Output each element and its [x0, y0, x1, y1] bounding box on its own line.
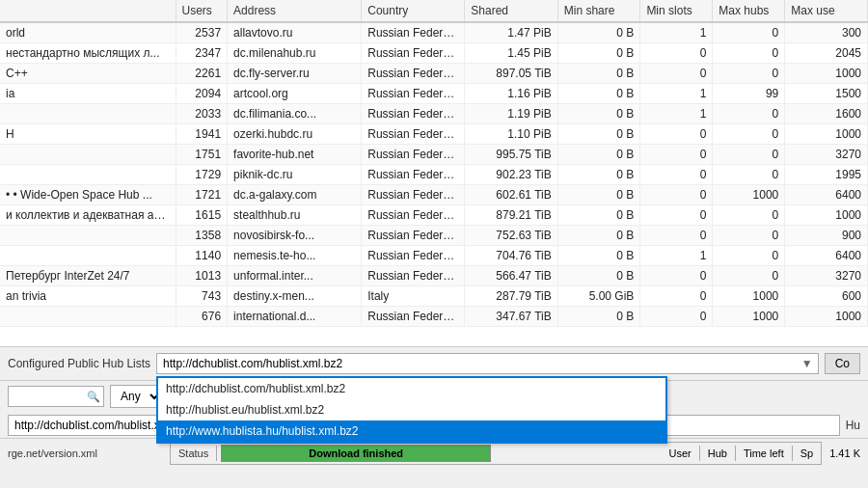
col-header-minshare[interactable]: Min share	[557, 0, 640, 22]
table-cell: 0	[713, 64, 785, 84]
table-cell: nemesis.te-ho...	[228, 246, 362, 266]
table-cell: 300	[785, 22, 868, 43]
table-cell: 1941	[176, 124, 228, 145]
table-cell: 2094	[176, 84, 228, 104]
table-row[interactable]: 2033dc.filimania.co...Russian Federa...1…	[0, 104, 868, 124]
col-header-minslots[interactable]: Min slots	[640, 0, 713, 22]
table-cell: 1721	[176, 185, 228, 205]
table-cell: 0	[713, 145, 785, 165]
status-filename: rge.net/version.xml	[8, 447, 162, 459]
table-cell: нестандартно мыслящих л...	[0, 43, 176, 64]
table-cell: 0 B	[557, 266, 640, 286]
table-cell: Russian Federa...	[362, 145, 465, 165]
table-cell: 1	[640, 246, 713, 266]
table-cell: 1000	[785, 124, 868, 145]
table-cell: 995.75 TiB	[465, 145, 557, 165]
status-col-user: User	[662, 446, 700, 461]
table-cell: 0	[640, 307, 713, 327]
table-cell	[0, 307, 176, 327]
table-cell: ozerki.hubdc.ru	[228, 124, 362, 145]
table-cell: 900	[785, 226, 868, 246]
table-cell: 1729	[176, 165, 228, 185]
table-cell: Russian Federa...	[362, 246, 465, 266]
table-cell: 1.47 PiB	[465, 22, 557, 43]
col-header-shared[interactable]: Shared	[465, 0, 557, 22]
table-cell: 0 B	[557, 205, 640, 226]
hub-list-select-container: ▼ http://dchublist.com/hublist.xml.bz2 h…	[156, 353, 819, 374]
connect-button[interactable]: Co	[825, 353, 860, 374]
table-row[interactable]: и коллектив и адекватная ад...1615stealt…	[0, 205, 868, 226]
table-row[interactable]: • • Wide-Open Space Hub ...1721dc.a-gala…	[0, 185, 868, 205]
col-header-country[interactable]: Country	[362, 0, 465, 22]
dropdown-item-3[interactable]: http://www.hublista.hu/hublist.xml.bz2	[158, 420, 665, 442]
table-cell: Russian Federa...	[362, 84, 465, 104]
table-cell: 0	[640, 124, 713, 145]
hub-list-dropdown[interactable]: http://dchublist.com/hublist.xml.bz2 htt…	[156, 376, 667, 444]
table-row[interactable]: H1941ozerki.hubdc.ruRussian Federa...1.1…	[0, 124, 868, 145]
table-cell: destiny.x-men...	[228, 286, 362, 307]
table-cell: 0	[640, 43, 713, 64]
table-row[interactable]: 1140nemesis.te-ho...Russian Federa...704…	[0, 246, 868, 266]
table-cell	[0, 246, 176, 266]
status-speed-value: 1.41 K	[829, 447, 860, 459]
hub-url-label: Hu	[846, 419, 860, 432]
hub-list-input[interactable]	[156, 353, 819, 374]
table-row[interactable]: нестандартно мыслящих л...2347dc.milenah…	[0, 43, 868, 64]
table-cell: 1500	[785, 84, 868, 104]
progress-bar: Download finished	[221, 445, 491, 462]
table-row[interactable]: ia2094artcool.orgRussian Federa...1.16 P…	[0, 84, 868, 104]
table-cell: ia	[0, 84, 176, 104]
col-header-maxuse[interactable]: Max use	[785, 0, 868, 22]
table-cell: 0	[640, 286, 713, 307]
table-cell: 2033	[176, 104, 228, 124]
table-cell: 1000	[713, 307, 785, 327]
dropdown-item-2[interactable]: http://hublist.eu/hublist.xml.bz2	[158, 399, 665, 420]
table-cell: 1358	[176, 226, 228, 246]
table-cell: 0	[713, 226, 785, 246]
hub-list-bar: Configured Public Hub Lists ▼ http://dch…	[0, 347, 868, 381]
table-cell: C++	[0, 64, 176, 84]
table-cell: 1	[640, 84, 713, 104]
table-cell: 2045	[785, 43, 868, 64]
table-cell: 0	[713, 22, 785, 43]
table-cell: 1.10 PiB	[465, 124, 557, 145]
table-cell: orld	[0, 22, 176, 43]
table-cell: 1	[640, 104, 713, 124]
table-cell: 0 B	[557, 104, 640, 124]
table-cell: 0 B	[557, 226, 640, 246]
table-cell: 0 B	[557, 246, 640, 266]
table-cell: 743	[176, 286, 228, 307]
table-cell: 600	[785, 286, 868, 307]
col-header-address[interactable]: Address	[228, 0, 362, 22]
col-header-users[interactable]: Users	[176, 0, 228, 22]
table-row[interactable]: 1729piknik-dc.ruRussian Federa...902.23 …	[0, 165, 868, 185]
table-row[interactable]: an trivia743destiny.x-men...Italy287.79 …	[0, 286, 868, 307]
table-cell: 0 B	[557, 165, 640, 185]
table-cell: 1600	[785, 104, 868, 124]
col-header-name[interactable]	[0, 0, 176, 22]
table-cell: 1000	[785, 64, 868, 84]
filter-select[interactable]: Any	[110, 385, 163, 408]
table-cell: 1	[640, 22, 713, 43]
table-cell: Russian Federa...	[362, 22, 465, 43]
table-cell: 1000	[713, 286, 785, 307]
table-cell	[0, 165, 176, 185]
table-row[interactable]: C++2261dc.fly-server.ruRussian Federa...…	[0, 64, 868, 84]
table-cell: 347.67 TiB	[465, 307, 557, 327]
table-cell: 6400	[785, 246, 868, 266]
table-cell: 602.61 TiB	[465, 185, 557, 205]
table-row[interactable]: Петербург InterZet 24/71013unformal.inte…	[0, 266, 868, 286]
table-row[interactable]: orld2537allavtovo.ruRussian Federa...1.4…	[0, 22, 868, 43]
table-row[interactable]: 1751favorite-hub.netRussian Federa...995…	[0, 145, 868, 165]
dropdown-item-1[interactable]: http://dchublist.com/hublist.xml.bz2	[158, 378, 665, 399]
table-cell: 0 B	[557, 43, 640, 64]
table-cell: 752.63 TiB	[465, 226, 557, 246]
table-body: orld2537allavtovo.ruRussian Federa...1.4…	[0, 22, 868, 327]
table-row[interactable]: 1358novosibirsk-fo...Russian Federa...75…	[0, 226, 868, 246]
col-header-maxhubs[interactable]: Max hubs	[713, 0, 785, 22]
table-cell: • • Wide-Open Space Hub ...	[0, 185, 176, 205]
table-cell: dc.a-galaxy.com	[228, 185, 362, 205]
table-row[interactable]: 676international.d...Russian Federa...34…	[0, 307, 868, 327]
table-cell: dc.fly-server.ru	[228, 64, 362, 84]
search-icon-button[interactable]: 🔍	[87, 391, 100, 403]
